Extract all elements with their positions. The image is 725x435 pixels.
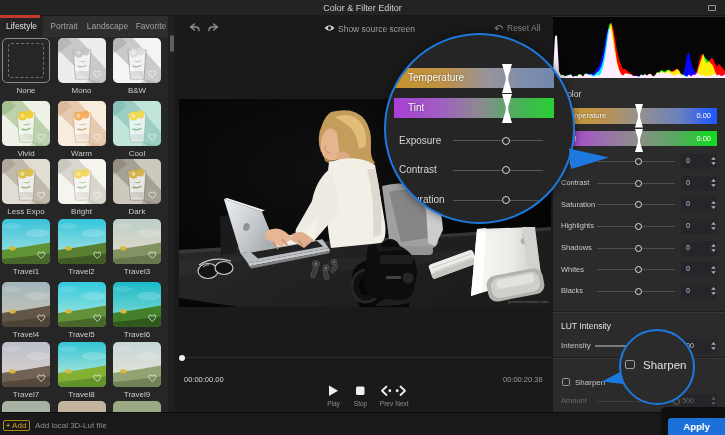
svg-text:greenscreenstock.com: greenscreenstock.com [508,299,549,304]
